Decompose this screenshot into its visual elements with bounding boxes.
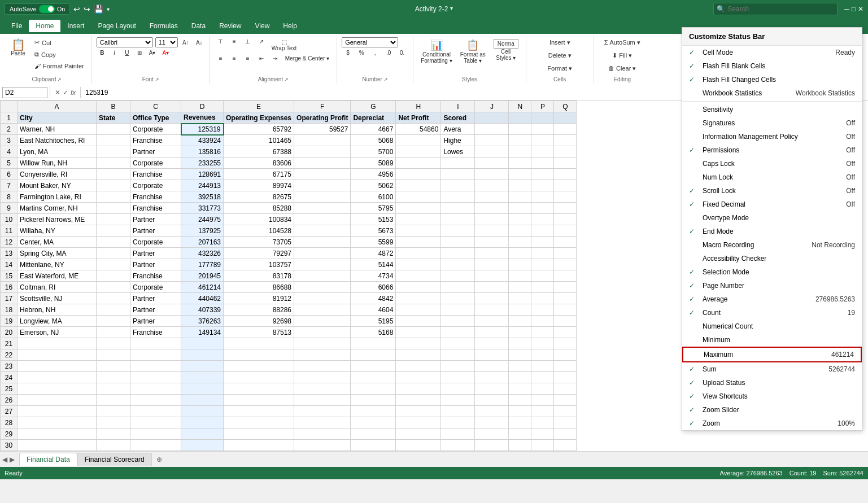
table-cell[interactable] <box>531 293 554 304</box>
table-cell[interactable] <box>509 361 531 372</box>
table-cell[interactable] <box>97 349 130 361</box>
tab-insert[interactable]: Insert <box>60 20 91 32</box>
table-cell[interactable] <box>396 270 441 282</box>
table-cell[interactable] <box>441 327 475 338</box>
row-header-28[interactable]: 28 <box>1 417 18 428</box>
table-cell[interactable] <box>294 428 351 440</box>
table-cell[interactable] <box>441 316 475 327</box>
autosave-button[interactable]: AutoSave On <box>5 3 70 15</box>
table-cell[interactable] <box>554 304 577 316</box>
table-cell[interactable] <box>294 349 351 361</box>
table-cell[interactable]: Franchise <box>130 270 181 282</box>
table-cell[interactable]: 5089 <box>351 158 396 169</box>
table-cell[interactable] <box>441 282 475 293</box>
table-cell[interactable]: 5795 <box>351 203 396 214</box>
menu-item-accessibility[interactable]: Accessibility Checker <box>682 252 862 265</box>
table-cell[interactable] <box>396 327 441 338</box>
table-cell[interactable] <box>475 158 509 169</box>
table-cell[interactable]: Spring City, MA <box>18 248 97 259</box>
table-cell[interactable] <box>441 214 475 225</box>
table-cell[interactable] <box>531 406 554 417</box>
menu-item-permissions[interactable]: ✓PermissionsOff <box>682 143 862 157</box>
table-cell[interactable] <box>531 338 554 349</box>
table-cell[interactable] <box>475 338 509 349</box>
table-cell[interactable] <box>509 237 531 248</box>
tab-view[interactable]: View <box>248 20 277 32</box>
table-cell[interactable] <box>351 338 396 349</box>
table-cell[interactable] <box>396 440 441 451</box>
wrap-text-button[interactable]: ⬚ Wrap Text <box>269 37 300 53</box>
table-cell[interactable] <box>554 349 577 361</box>
dropdown-icon[interactable]: ▾ <box>450 5 453 13</box>
menu-item-info-mgmt[interactable]: Information Management PolicyOff <box>682 130 862 143</box>
table-cell[interactable] <box>181 338 224 349</box>
underline-button[interactable]: U <box>121 49 133 57</box>
table-cell[interactable] <box>509 372 531 383</box>
table-cell[interactable]: Conyersville, RI <box>18 169 97 180</box>
table-cell[interactable]: 6100 <box>351 191 396 203</box>
table-cell[interactable] <box>554 158 577 169</box>
table-cell[interactable] <box>531 417 554 428</box>
table-cell[interactable]: East Waterford, ME <box>18 270 97 282</box>
table-cell[interactable]: 104528 <box>224 225 294 237</box>
table-cell[interactable] <box>531 259 554 270</box>
alignment-expand-icon[interactable]: ↗ <box>284 77 289 82</box>
table-cell[interactable] <box>294 169 351 180</box>
table-cell[interactable] <box>475 372 509 383</box>
table-cell[interactable]: 5599 <box>351 237 396 248</box>
table-cell[interactable] <box>441 293 475 304</box>
table-cell[interactable]: 83606 <box>224 158 294 169</box>
table-cell[interactable]: 83178 <box>224 270 294 282</box>
table-cell[interactable] <box>396 282 441 293</box>
table-cell[interactable] <box>351 395 396 406</box>
table-cell[interactable] <box>554 440 577 451</box>
table-cell[interactable] <box>441 406 475 417</box>
table-cell[interactable] <box>294 338 351 349</box>
col-header-J[interactable]: J <box>475 101 509 112</box>
align-right-button[interactable]: ≡ <box>242 54 254 63</box>
table-cell[interactable] <box>97 191 130 203</box>
table-cell[interactable] <box>554 248 577 259</box>
table-cell[interactable] <box>130 349 181 361</box>
col-header-B[interactable]: B <box>97 101 130 112</box>
table-cell[interactable] <box>130 338 181 349</box>
table-cell[interactable] <box>97 293 130 304</box>
table-cell[interactable] <box>531 158 554 169</box>
row-header-21[interactable]: 21 <box>1 338 18 349</box>
col-header-C[interactable]: C <box>130 101 181 112</box>
table-cell[interactable]: Lyon, MA <box>18 146 97 158</box>
table-cell[interactable] <box>97 225 130 237</box>
table-cell[interactable]: 86688 <box>224 282 294 293</box>
table-cell[interactable] <box>509 180 531 191</box>
table-cell[interactable]: 54860 <box>396 124 441 135</box>
table-cell[interactable]: 5195 <box>351 316 396 327</box>
menu-item-overtype[interactable]: Overtype Mode <box>682 211 862 225</box>
table-cell[interactable]: Coltman, RI <box>18 282 97 293</box>
table-cell[interactable] <box>396 293 441 304</box>
currency-button[interactable]: $ <box>342 49 354 57</box>
autosum-button[interactable]: Σ AutoSum ▾ <box>601 37 643 48</box>
table-cell[interactable] <box>475 248 509 259</box>
clipboard-expand-icon[interactable]: ↗ <box>57 77 62 82</box>
table-cell[interactable] <box>18 372 97 383</box>
table-cell[interactable]: 67388 <box>224 146 294 158</box>
table-cell[interactable] <box>181 383 224 395</box>
table-cell[interactable] <box>396 259 441 270</box>
table-cell[interactable] <box>554 327 577 338</box>
table-cell[interactable] <box>396 191 441 203</box>
table-cell[interactable] <box>475 440 509 451</box>
table-cell[interactable] <box>531 203 554 214</box>
copy-button[interactable]: ⧉ Copy <box>32 49 87 60</box>
table-cell[interactable]: 137925 <box>181 225 224 237</box>
quick-save-icon[interactable]: 💾 <box>94 5 103 14</box>
table-cell[interactable] <box>396 372 441 383</box>
table-cell[interactable] <box>224 417 294 428</box>
orientation-button[interactable]: ↗ <box>255 37 268 53</box>
table-cell[interactable] <box>224 383 294 395</box>
table-cell[interactable] <box>531 180 554 191</box>
menu-item-view-shortcuts[interactable]: ✓View Shortcuts <box>682 390 862 403</box>
table-cell[interactable] <box>554 203 577 214</box>
table-cell[interactable] <box>554 372 577 383</box>
table-cell[interactable] <box>97 124 130 135</box>
table-cell[interactable] <box>475 214 509 225</box>
